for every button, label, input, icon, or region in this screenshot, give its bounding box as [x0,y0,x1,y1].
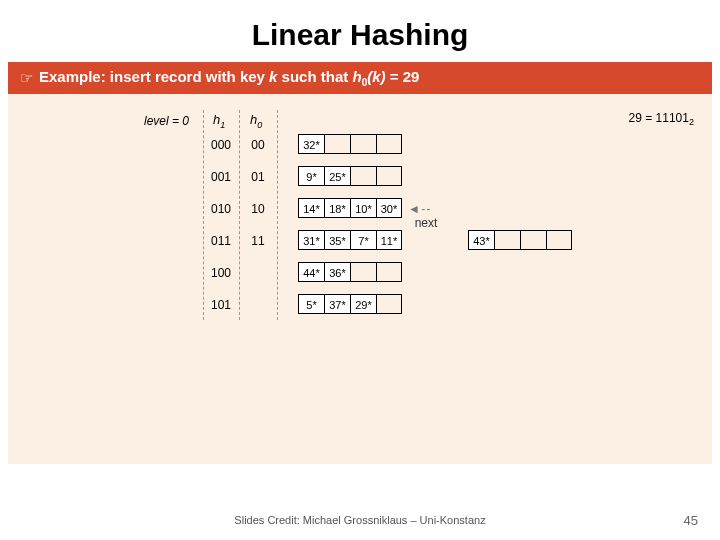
h1-value: 011 [205,234,237,248]
bucket-cell: 7* [350,230,376,250]
h1-value: 100 [205,266,237,280]
h0-value: 01 [242,170,274,184]
divider-line [239,110,240,320]
binary-note: 29 = 111012 [629,111,694,127]
h1-value: 001 [205,170,237,184]
bucket-cell [350,262,376,282]
level-label: level = 0 [144,114,189,128]
bucket-cell [376,134,402,154]
bucket-cell: 9* [298,166,324,186]
bucket: 31*35*7*11* [298,230,402,250]
bucket-cell: 10* [350,198,376,218]
bucket-cell: 43* [468,230,494,250]
bucket-cell: 32* [298,134,324,154]
bucket-cell [546,230,572,250]
h0-header: h0 [250,112,262,130]
subtitle-h: h [352,68,361,85]
subtitle-val: = 29 [386,68,420,85]
overflow-bucket: 43* [468,230,572,250]
bucket: 5*37*29* [298,294,402,314]
bucket-cell: 5* [298,294,324,314]
hand-icon: ☞ [20,69,33,87]
h1-value: 010 [205,202,237,216]
bucket-cell [376,166,402,186]
bucket-cell: 18* [324,198,350,218]
h1-value: 000 [205,138,237,152]
bucket-cell: 14* [298,198,324,218]
bucket: 14*18*10*30* [298,198,402,218]
h0-value: 10 [242,202,274,216]
slide-title: Linear Hashing [0,0,720,62]
bucket: 44*36* [298,262,402,282]
bucket-cell: 11* [376,230,402,250]
divider-line [203,110,204,320]
bucket-cell [324,134,350,154]
h1-sub: 1 [220,120,225,130]
next-pointer: ◄ - - next [408,202,437,230]
bucket-cell: 35* [324,230,350,250]
bucket-cell [350,166,376,186]
bucket-cell: 37* [324,294,350,314]
bucket: 32* [298,134,402,154]
subtitle-arg: (k) [367,68,385,85]
bucket-cell [376,262,402,282]
bucket-cell: 44* [298,262,324,282]
page-number: 45 [684,513,698,528]
bucket-cell: 25* [324,166,350,186]
h0-value: 11 [242,234,274,248]
slide-credit: Slides Credit: Michael Grossniklaus – Un… [0,514,720,526]
bucket-cell: 30* [376,198,402,218]
h1-value: 101 [205,298,237,312]
h0-sub: 0 [257,120,262,130]
subtitle-prefix: Example: insert record with key [39,68,269,85]
divider-line [277,110,278,320]
bucket-cell: 36* [324,262,350,282]
bucket-cell [376,294,402,314]
subtitle-mid: such that [277,68,352,85]
bucket-cell: 31* [298,230,324,250]
h0-value: 00 [242,138,274,152]
diagram-area: level = 0 h1 h0 29 = 111012 0000032*0010… [8,94,712,464]
bucket: 9*25* [298,166,402,186]
binary-note-lhs: 29 = 11101 [629,111,689,125]
binary-note-sub: 2 [689,117,694,127]
bucket-cell: 29* [350,294,376,314]
bucket-cell [350,134,376,154]
bucket-cell [520,230,546,250]
example-subtitle: ☞ Example: insert record with key k such… [8,62,712,94]
bucket-cell [494,230,520,250]
h1-header: h1 [213,112,225,130]
